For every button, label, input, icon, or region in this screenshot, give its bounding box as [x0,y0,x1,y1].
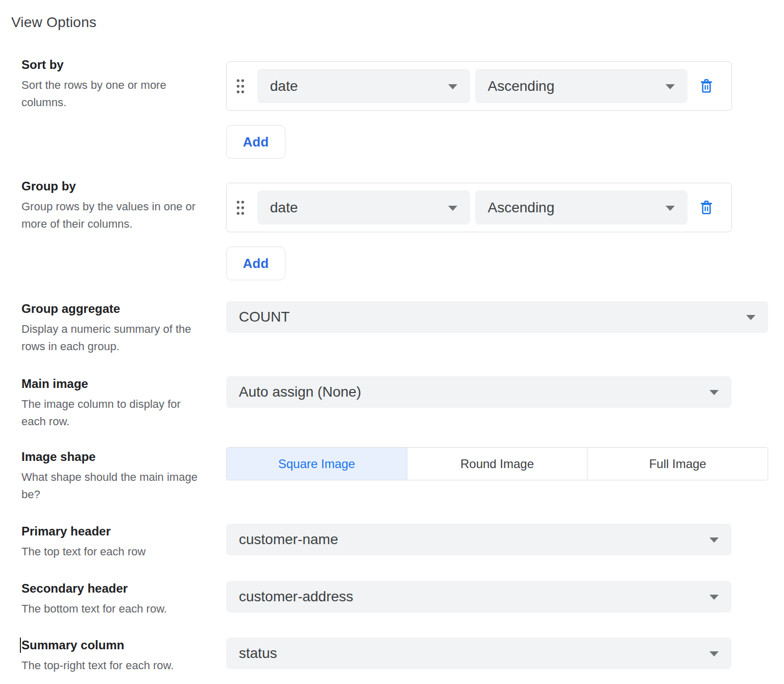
sort-by-description: Sort the rows by one or more columns. [21,77,201,111]
caret-down-icon [709,390,719,395]
secondary-header-label: Secondary header [21,581,216,596]
group-aggregate-value: COUNT [239,309,290,325]
caret-down-icon [666,206,675,211]
main-image-label: Main image [21,376,216,392]
image-shape-segmented-control: Square Image Round Image Full Image [226,447,768,480]
sort-direction-select[interactable]: Ascending [475,69,688,103]
trash-icon [699,200,714,215]
group-aggregate-select[interactable]: COUNT [226,301,768,333]
group-direction-value: Ascending [488,200,555,216]
caret-down-icon [709,651,719,656]
summary-column-description: The top-right text for each row. [21,657,201,674]
caret-down-icon [746,315,755,320]
primary-header-section: Primary header The top text for each row… [21,524,768,560]
primary-header-select[interactable]: customer-name [226,524,731,555]
sort-column-value: date [270,78,298,94]
drag-handle-icon[interactable] [236,200,245,216]
group-aggregate-description: Display a numeric summary of the rows in… [21,321,201,355]
image-shape-option-square[interactable]: Square Image [227,448,407,480]
primary-header-label-block: Primary header The top text for each row [21,524,226,560]
image-shape-option-round[interactable]: Round Image [407,448,587,480]
group-add-button[interactable]: Add [226,247,285,280]
secondary-header-value: customer-address [239,589,353,605]
image-shape-label: Image shape [21,449,216,465]
sort-add-button[interactable]: Add [226,125,285,159]
primary-header-label: Primary header [21,524,216,539]
drag-handle-icon[interactable] [236,78,245,94]
caret-down-icon [666,84,675,89]
image-shape-description: What shape should the main image be? [21,469,201,503]
main-image-select[interactable]: Auto assign (None) [226,376,731,408]
primary-header-description: The top text for each row [21,543,201,560]
secondary-header-label-block: Secondary header The bottom text for eac… [21,581,226,618]
text-cursor [20,638,21,653]
group-by-section: Group by Group rows by the values in one… [21,179,768,280]
sort-direction-value: Ascending [488,78,555,94]
summary-column-section: Summary column The top-right text for ea… [21,638,768,674]
caret-down-icon [448,84,457,89]
group-by-description: Group rows by the values in one or more … [21,198,201,233]
sort-by-label-block: Sort by Sort the rows by one or more col… [21,57,226,111]
page-title: View Options [11,14,768,31]
group-column-value: date [270,200,298,216]
summary-column-value: status [239,645,277,662]
main-image-label-block: Main image The image column to display f… [21,376,226,430]
group-rule-row: date Ascending [226,183,732,232]
summary-column-label-block: Summary column The top-right text for ea… [21,638,226,674]
image-shape-option-full[interactable]: Full Image [587,448,768,480]
secondary-header-section: Secondary header The bottom text for eac… [21,581,768,618]
caret-down-icon [709,595,719,600]
group-by-label: Group by [21,179,216,194]
secondary-header-description: The bottom text for each row. [21,600,201,618]
sort-delete-button[interactable] [699,79,714,94]
summary-column-label: Summary column [21,638,216,653]
sort-column-select[interactable]: date [257,69,470,103]
image-shape-section: Image shape What shape should the main i… [21,449,768,503]
sort-by-label: Sort by [21,57,216,72]
group-by-label-block: Group by Group rows by the values in one… [21,179,226,233]
view-options-panel: View Options Sort by Sort the rows by on… [0,0,784,684]
image-shape-label-block: Image shape What shape should the main i… [21,449,226,503]
summary-column-select[interactable]: status [226,638,731,669]
group-direction-select[interactable]: Ascending [475,190,688,225]
main-image-section: Main image The image column to display f… [21,376,768,430]
group-aggregate-label: Group aggregate [21,301,216,316]
sort-by-section: Sort by Sort the rows by one or more col… [21,57,768,159]
trash-icon [699,79,714,94]
main-image-value: Auto assign (None) [239,384,361,400]
group-aggregate-label-block: Group aggregate Display a numeric summar… [21,301,226,355]
caret-down-icon [709,538,719,543]
secondary-header-select[interactable]: customer-address [226,581,731,613]
main-image-description: The image column to display for each row… [21,396,201,430]
group-delete-button[interactable] [699,200,714,215]
group-aggregate-section: Group aggregate Display a numeric summar… [21,301,768,355]
caret-down-icon [448,206,457,211]
group-column-select[interactable]: date [257,190,470,225]
sort-rule-row: date Ascending [226,61,732,111]
primary-header-value: customer-name [239,531,338,548]
